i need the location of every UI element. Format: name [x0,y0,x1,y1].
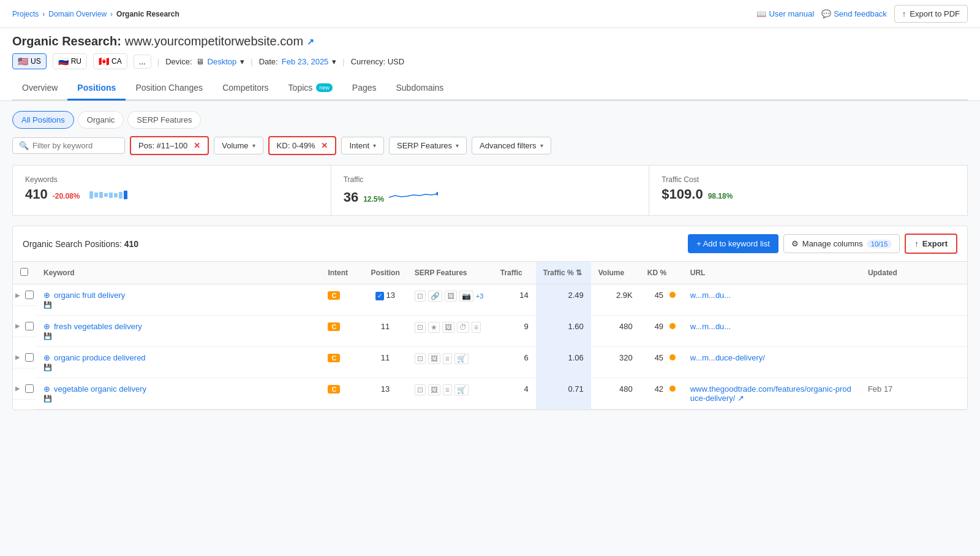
serp-features-filter[interactable]: SERP Features ▾ [389,137,467,154]
tab-positions[interactable]: Positions [67,77,126,101]
serp-icon-2: 🖼 [428,384,440,395]
th-volume[interactable]: Volume [591,262,640,284]
date-cell [861,347,967,378]
traffic-pct-cell: 1.06 [536,347,591,378]
serp-icon-2: 🔗 [428,291,442,302]
export-button[interactable]: ↑ Export [905,234,957,254]
traffic-change: 12.5% [363,195,384,204]
intent-filter[interactable]: Intent ▾ [341,137,384,154]
export-pdf-button[interactable]: ↑ Export to PDF [894,5,968,23]
th-kd[interactable]: KD % [640,262,683,284]
kd-filter[interactable]: KD: 0-49% ✕ [268,136,337,155]
keyword-link[interactable]: ⊕ vegetable organic delivery [43,384,313,394]
expand-arrow[interactable]: ▶ [15,354,20,360]
external-link-icon[interactable]: ↗ [737,394,744,403]
tab-pages[interactable]: Pages [342,77,386,101]
url-cell[interactable]: w...m...du... [683,284,861,316]
country-us[interactable]: 🇺🇸 US [12,53,47,69]
keyword-link[interactable]: ⊕ organic produce delivered [43,353,313,362]
filters-row: 🔍 Pos: #11–100 ✕ Volume ▾ KD: 0-49% ✕ In… [12,136,968,155]
advanced-filters[interactable]: Advanced filters ▾ [472,137,551,154]
external-link-icon[interactable]: ↗ [307,37,314,47]
url-cell[interactable]: w...m...duce-delivery/ [683,347,861,378]
table-section: Organic Search Positions: 410 + Add to k… [12,226,968,410]
tab-topics[interactable]: Topics new [279,77,342,101]
url-cell[interactable]: www.thegoodtrade.com/features/organic-pr… [683,378,861,409]
add-to-keyword-list-button[interactable]: + Add to keyword list [688,234,778,253]
table-actions: + Add to keyword list ⚙ Manage columns 1… [688,234,957,254]
metric-traffic: Traffic 36 12.5% [331,165,649,216]
breadcrumb-domain-overview[interactable]: Domain Overview [48,10,107,18]
save-icon[interactable]: 💾 [43,364,52,371]
row-checkbox[interactable] [25,291,34,299]
monitor-icon: 🖥 [196,57,204,66]
country-ca[interactable]: 🇨🇦 CA [93,53,127,69]
export-up-icon: ↑ [914,239,919,248]
th-url[interactable]: URL [683,262,861,284]
metric-traffic-cost: Traffic Cost $109.0 98.18% [649,165,968,216]
th-position[interactable]: Position [363,262,407,284]
sort-icon: ⇅ [576,268,582,277]
keyword-link[interactable]: ⊕ organic fruit delivery [43,291,313,300]
position-check: ✓ [375,292,384,300]
us-flag: 🇺🇸 [18,56,28,66]
kd-indicator [669,292,676,298]
date-selector[interactable]: Feb 23, 2025 [282,57,329,66]
tab-competitors[interactable]: Competitors [213,77,278,101]
country-bar: 🇺🇸 US 🇷🇺 RU 🇨🇦 CA ... | Device: 🖥 Deskto… [12,48,968,74]
pos-filter-clear[interactable]: ✕ [194,141,200,150]
serp-icon-1: ⊡ [415,384,426,395]
plus-icon: ⊕ [43,322,50,331]
filter-tab-all-positions[interactable]: All Positions [12,111,74,129]
filter-tab-serp-features[interactable]: SERP Features [127,111,201,129]
serp-icons: ⊡ 🖼 ≡ 🛒 [415,353,486,364]
keyword-cell: ⊕ organic fruit delivery 💾 [36,284,320,316]
breadcrumb-projects[interactable]: Projects [12,10,39,18]
th-intent[interactable]: Intent [320,262,363,284]
intent-cell: C [320,316,363,347]
tab-overview[interactable]: Overview [12,77,67,101]
date-info: Date: Feb 23, 2025 ▾ [259,57,337,66]
manage-columns-button[interactable]: ⚙ Manage columns 10/15 [783,234,900,253]
serp-cell: ⊡ 🖼 ≡ 🛒 [407,378,493,409]
user-manual-link[interactable]: 📖 User manual [756,9,814,18]
date-chevron: ▾ [332,57,336,66]
traffic-cell: 6 [493,347,536,378]
date-cell: Feb 17 [861,378,967,409]
send-feedback-link[interactable]: 💬 Send feedback [821,9,887,18]
volume-filter[interactable]: Volume ▾ [214,137,263,154]
data-table: Keyword Intent Position SERP Features Tr… [13,262,967,409]
country-ru[interactable]: 🇷🇺 RU [53,53,87,69]
device-selector[interactable]: Desktop [208,57,237,66]
tab-position-changes[interactable]: Position Changes [126,77,213,101]
pos-filter[interactable]: Pos: #11–100 ✕ [130,136,209,155]
expand-arrow[interactable]: ▶ [15,385,20,392]
th-updated[interactable]: Updated [861,262,967,284]
keywords-sparkline [89,191,127,199]
kd-filter-clear[interactable]: ✕ [321,141,328,150]
select-all-checkbox[interactable] [20,268,28,276]
intent-cell: C [320,347,363,378]
advanced-chevron: ▾ [540,142,543,149]
serp-features-chevron: ▾ [456,142,459,149]
filter-tab-organic[interactable]: Organic [78,111,124,129]
save-icon[interactable]: 💾 [43,332,52,340]
kd-cell: 45 [640,347,683,378]
tab-subdomains[interactable]: Subdomains [386,77,454,101]
row-checkbox[interactable] [25,353,34,362]
more-countries-button[interactable]: ... [134,55,151,69]
th-serp-features[interactable]: SERP Features [407,262,493,284]
search-input[interactable] [32,141,118,150]
th-traffic-pct[interactable]: Traffic % ⇅ [536,262,591,284]
row-checkbox[interactable] [25,322,34,330]
url-cell[interactable]: w...m...du... [683,316,861,347]
volume-chevron: ▾ [252,142,255,149]
save-icon[interactable]: 💾 [43,301,52,308]
expand-arrow[interactable]: ▶ [15,322,20,329]
keyword-link[interactable]: ⊕ fresh vegetables delivery [43,322,313,331]
save-icon[interactable]: 💾 [43,395,52,402]
expand-arrow[interactable]: ▶ [15,292,20,299]
row-checkbox[interactable] [25,384,34,393]
th-keyword[interactable]: Keyword [36,262,320,284]
th-traffic[interactable]: Traffic [493,262,536,284]
